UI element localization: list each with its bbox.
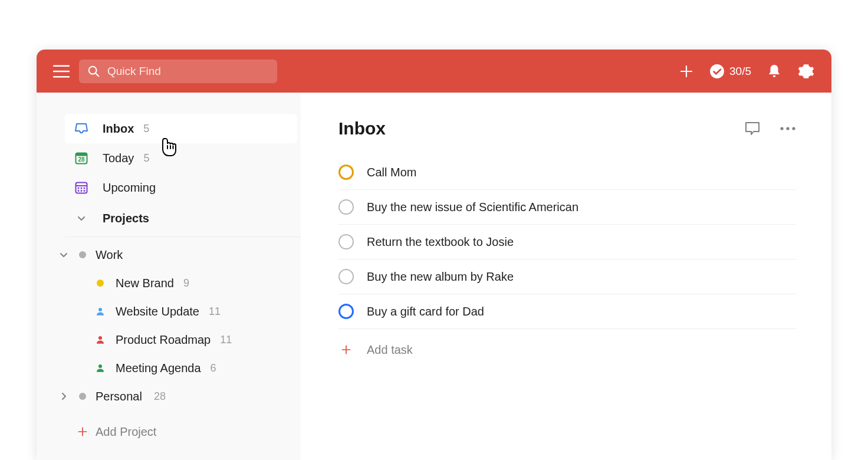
task-checkbox[interactable] [338, 234, 354, 249]
nav-label: Today [103, 152, 134, 165]
project-count: 11 [220, 334, 232, 346]
task-row[interactable]: Return the textbook to Josie [338, 225, 796, 259]
add-project-button[interactable]: Add Project [37, 416, 301, 447]
svg-point-21 [98, 364, 102, 368]
chevron-right-icon [57, 389, 71, 403]
svg-rect-9 [76, 153, 87, 156]
main-panel: Inbox Call Mom Buy the new i [301, 93, 831, 460]
calendar-upcoming-icon [74, 180, 88, 195]
svg-point-25 [786, 127, 789, 130]
project-count: 28 [154, 390, 166, 403]
nav-label: Upcoming [103, 181, 156, 195]
plus-icon [679, 64, 693, 78]
search-icon [87, 65, 100, 78]
task-title: Buy the new album by Rake [367, 270, 514, 284]
sidebar-project-work[interactable]: Work [37, 241, 297, 269]
nav-count: 5 [143, 123, 149, 135]
task-row[interactable]: Buy the new issue of Scientific American [338, 190, 796, 225]
chevron-down-icon [57, 248, 71, 262]
project-label: Product Roadmap [116, 333, 211, 347]
project-label: Personal [96, 390, 142, 403]
project-count: 6 [211, 362, 216, 374]
nav-count: 5 [143, 152, 149, 165]
task-title: Return the textbook to Josie [367, 235, 514, 249]
project-label: Website Update [116, 305, 199, 318]
person-icon [94, 305, 106, 317]
svg-point-26 [792, 127, 795, 130]
more-horizontal-icon [780, 126, 796, 131]
task-title: Buy the new issue of Scientific American [367, 201, 578, 214]
main-header: Inbox [338, 119, 796, 139]
productivity-button[interactable]: 30/5 [709, 64, 751, 79]
project-label: Work [96, 248, 123, 262]
svg-point-24 [780, 127, 783, 130]
sidebar-item-upcoming[interactable]: Upcoming [65, 173, 297, 202]
task-checkbox[interactable] [338, 199, 354, 215]
app-body: Inbox 5 28 Today 5 Upcoming P [37, 93, 831, 460]
header-actions: 30/5 [678, 63, 815, 80]
page-title: Inbox [338, 119, 386, 139]
svg-point-20 [98, 336, 102, 340]
chevron-down-icon [74, 211, 88, 225]
comment-icon [744, 121, 761, 136]
svg-point-7 [710, 64, 724, 78]
svg-line-4 [96, 73, 98, 76]
sidebar-project-new-brand[interactable]: New Brand 9 [37, 269, 297, 297]
task-row[interactable]: Buy the new album by Rake [338, 259, 796, 294]
app-header: 30/5 [37, 50, 831, 93]
notifications-button[interactable] [765, 63, 783, 80]
task-row[interactable]: Call Mom [338, 155, 796, 190]
add-project-label: Add Project [96, 425, 156, 439]
bell-icon [767, 64, 781, 79]
sidebar-project-website-update[interactable]: Website Update 11 [37, 297, 297, 326]
task-checkbox[interactable] [338, 165, 354, 180]
svg-text:28: 28 [78, 156, 85, 163]
calendar-today-icon: 28 [74, 151, 88, 165]
plus-icon [75, 425, 90, 439]
comments-button[interactable] [744, 121, 761, 136]
sidebar-item-inbox[interactable]: Inbox 5 [65, 114, 297, 143]
sidebar-project-product-roadmap[interactable]: Product Roadmap 11 [37, 326, 297, 354]
svg-point-19 [98, 308, 102, 311]
project-label: New Brand [116, 277, 174, 290]
section-label: Projects [103, 212, 149, 225]
sidebar-section-projects[interactable]: Projects [65, 202, 297, 234]
task-title: Call Mom [367, 166, 416, 179]
inbox-icon [74, 121, 88, 136]
search-box[interactable] [79, 60, 277, 83]
gear-icon [798, 63, 814, 80]
task-row[interactable]: Buy a gift card for Dad [338, 294, 796, 329]
add-task-button[interactable]: Add task [338, 329, 796, 370]
search-input[interactable] [107, 65, 269, 78]
project-count: 9 [183, 277, 189, 290]
plus-icon [338, 342, 354, 357]
more-options-button[interactable] [780, 126, 796, 131]
person-icon [94, 334, 106, 346]
sidebar-project-meeting-agenda[interactable]: Meeting Agenda 6 [37, 354, 297, 382]
menu-icon [53, 65, 70, 78]
sidebar: Inbox 5 28 Today 5 Upcoming P [37, 93, 301, 460]
settings-button[interactable] [797, 63, 815, 80]
menu-button[interactable] [48, 58, 74, 84]
task-title: Buy a gift card for Dad [367, 305, 484, 318]
project-color-dot [79, 393, 86, 400]
divider [65, 236, 301, 237]
task-checkbox[interactable] [338, 304, 354, 319]
person-icon [94, 362, 106, 374]
project-color-dot [79, 251, 86, 258]
dot-icon [94, 277, 106, 289]
app-window: 30/5 Inbox 5 28 T [37, 50, 831, 460]
add-task-label: Add task [367, 343, 413, 357]
sidebar-project-personal[interactable]: Personal 28 [37, 382, 297, 410]
project-count: 11 [209, 305, 221, 318]
productivity-count: 30/5 [729, 65, 751, 78]
add-task-global-button[interactable] [678, 63, 695, 80]
sidebar-item-today[interactable]: 28 Today 5 [65, 143, 297, 173]
project-label: Meeting Agenda [116, 362, 201, 375]
task-checkbox[interactable] [338, 269, 354, 284]
task-list: Call Mom Buy the new issue of Scientific… [338, 155, 796, 370]
check-circle-icon [709, 64, 725, 79]
nav-label: Inbox [103, 122, 134, 136]
